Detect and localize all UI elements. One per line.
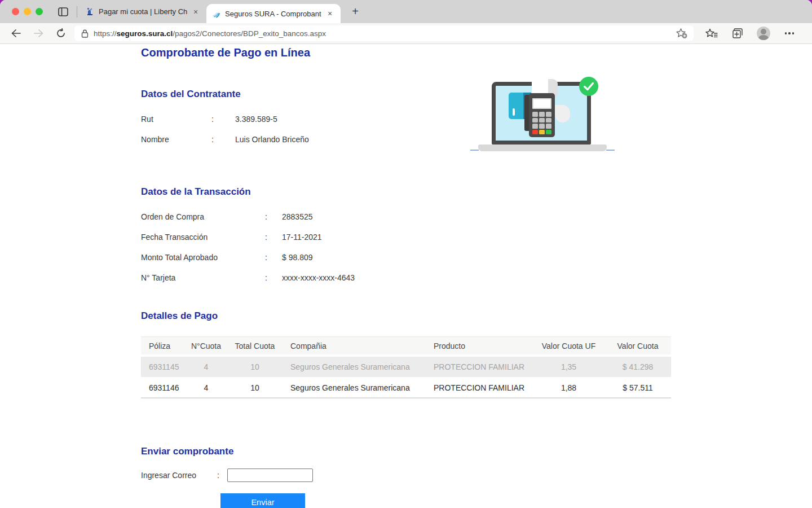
- field-colon: :: [265, 272, 282, 283]
- field-row-rut: Rut : 3.389.589-5: [141, 113, 277, 125]
- avatar-body: [758, 35, 769, 40]
- url-text[interactable]: https://seguros.sura.cl/pagos2/Conectore…: [94, 29, 676, 38]
- success-check-icon: [579, 77, 598, 96]
- col-producto: Producto: [428, 336, 533, 357]
- liberty-favicon: [86, 7, 94, 16]
- page-content: Comprobante de Pago en Línea: [0, 44, 812, 508]
- field-row-orden: Orden de Compra : 2883525: [141, 211, 313, 222]
- pos-terminal-illustration: [529, 93, 555, 137]
- close-tab-icon[interactable]: ×: [191, 7, 201, 17]
- favorites-icon[interactable]: [705, 27, 718, 40]
- col-ncuota: N°Cuota: [185, 336, 227, 357]
- col-compania: Compañia: [283, 336, 428, 357]
- collections-icon[interactable]: [731, 27, 744, 40]
- field-label: Fecha Transacción: [141, 231, 265, 243]
- section-heading-detalles: Detalles de Pago: [141, 310, 218, 322]
- field-label: N° Tarjeta: [141, 272, 265, 283]
- url-scheme: https://: [94, 29, 117, 38]
- close-window-button[interactable]: [12, 8, 19, 15]
- sura-favicon: [212, 10, 220, 18]
- field-colon: :: [265, 252, 282, 263]
- field-colon: :: [265, 211, 282, 222]
- payment-success-illustration: [468, 72, 616, 157]
- field-colon: :: [211, 113, 235, 125]
- toolbar-right-icons: [705, 27, 796, 40]
- field-colon: :: [211, 134, 235, 145]
- url-path: /pagos2/Conectores/BDP_exito_bancos.aspx: [173, 29, 326, 38]
- email-input[interactable]: [227, 468, 313, 482]
- section-heading-enviar: Enviar comprobante: [141, 446, 233, 457]
- minimize-window-button[interactable]: [24, 8, 31, 15]
- back-button[interactable]: [9, 27, 23, 40]
- field-value: 17-11-2021: [282, 231, 322, 243]
- table-row: 6931146 4 10 Seguros Generales Surameric…: [141, 378, 671, 398]
- field-label: Rut: [141, 113, 211, 125]
- page-title: Comprobante de Pago en Línea: [141, 46, 310, 59]
- forward-button[interactable]: [32, 27, 45, 40]
- field-row-fecha: Fecha Transacción : 17-11-2021: [141, 231, 322, 243]
- col-total-cuota: Total Cuota: [227, 336, 283, 357]
- field-label: Ingresar Correo: [141, 470, 217, 481]
- refresh-button[interactable]: [54, 27, 68, 40]
- tab-divider: [77, 6, 77, 17]
- field-row-nombre: Nombre : Luis Orlando Briceño: [141, 134, 309, 145]
- tab-actions-menu-icon[interactable]: [58, 7, 68, 16]
- field-value: xxxx-xxxx-xxxx-4643: [282, 272, 355, 283]
- table-header-row: Póliza N°Cuota Total Cuota Compañia Prod…: [141, 336, 671, 357]
- field-value: Luis Orlando Briceño: [235, 134, 309, 145]
- col-poliza: Póliza: [141, 336, 185, 357]
- maximize-window-button[interactable]: [36, 8, 43, 15]
- tab-title: Seguros SURA - Comprobante: [225, 10, 321, 18]
- browser-window: Pagar mi cuota | Liberty Chile × Seguros…: [0, 0, 812, 508]
- field-colon: :: [217, 470, 227, 481]
- col-valor-cuota-uf: Valor Cuota UF: [533, 336, 604, 357]
- tab-strip: Pagar mi cuota | Liberty Chile × Seguros…: [0, 0, 812, 23]
- close-tab-icon[interactable]: ×: [325, 8, 335, 19]
- address-bar[interactable]: https://seguros.sura.cl/pagos2/Conectore…: [74, 25, 694, 41]
- profile-avatar[interactable]: [757, 27, 770, 40]
- field-row-monto: Monto Total Aprobado : $ 98.809: [141, 252, 313, 263]
- field-label: Nombre: [141, 134, 211, 145]
- field-value: 2883525: [282, 211, 313, 222]
- table-row: 6931145 4 10 Seguros Generales Surameric…: [141, 357, 671, 378]
- send-button[interactable]: Enviar: [220, 493, 305, 508]
- tab-title: Pagar mi cuota | Liberty Chile: [99, 7, 187, 16]
- new-tab-button[interactable]: +: [348, 5, 362, 19]
- terminal-keypad: [532, 112, 551, 134]
- avatar-head: [761, 29, 766, 34]
- field-value: 3.389.589-5: [235, 113, 277, 125]
- section-heading-transaccion: Datos de la Transacción: [141, 186, 251, 198]
- field-colon: :: [265, 231, 282, 243]
- tab-liberty[interactable]: Pagar mi cuota | Liberty Chile ×: [80, 0, 206, 23]
- field-label: Orden de Compra: [141, 211, 265, 222]
- field-row-correo: Ingresar Correo :: [141, 468, 313, 482]
- lock-icon[interactable]: [81, 29, 89, 38]
- url-domain: seguros.sura.cl: [117, 29, 173, 38]
- add-favorite-icon[interactable]: [676, 28, 688, 39]
- payment-details-table: Póliza N°Cuota Total Cuota Compañia Prod…: [141, 336, 671, 398]
- navigation-toolbar: https://seguros.sura.cl/pagos2/Conectore…: [0, 23, 812, 44]
- col-valor-cuota: Valor Cuota: [604, 336, 671, 357]
- field-label: Monto Total Aprobado: [141, 252, 265, 263]
- field-value: $ 98.809: [282, 252, 313, 263]
- section-heading-contratante: Datos del Contratante: [141, 89, 241, 100]
- settings-menu-icon[interactable]: [783, 27, 796, 40]
- field-row-tarjeta: N° Tarjeta : xxxx-xxxx-xxxx-4643: [141, 272, 355, 283]
- tab-sura-active[interactable]: Seguros SURA - Comprobante ×: [206, 4, 341, 23]
- window-controls: [12, 8, 43, 15]
